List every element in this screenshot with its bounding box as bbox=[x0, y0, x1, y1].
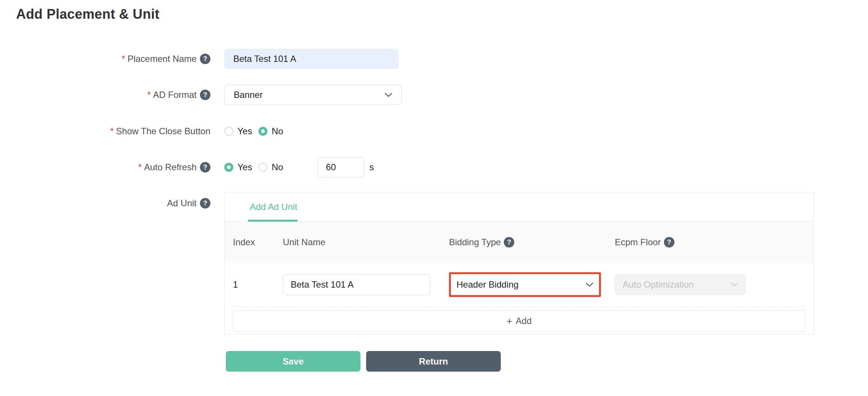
required-icon: * bbox=[147, 90, 151, 100]
page-title: Add Placement & Unit bbox=[16, 6, 868, 22]
required-icon: * bbox=[110, 126, 114, 136]
help-icon[interactable]: ? bbox=[504, 237, 514, 248]
help-icon[interactable]: ? bbox=[200, 90, 210, 100]
ad-format-select[interactable]: Banner bbox=[224, 85, 402, 105]
ecpm-floor-select-disabled[interactable]: Auto Optimization bbox=[615, 274, 746, 295]
placement-name-input[interactable] bbox=[224, 49, 399, 69]
bidding-type-value: Header Bidding bbox=[457, 279, 518, 290]
show-close-button-label: * Show The Close Button bbox=[16, 126, 210, 136]
add-placement-page: Add Placement & Unit * Placement Name ? … bbox=[0, 0, 868, 372]
chevron-down-icon bbox=[384, 93, 392, 97]
placement-name-row: * Placement Name ? bbox=[16, 49, 868, 69]
ad-format-label: * AD Format ? bbox=[16, 90, 210, 100]
save-button[interactable]: Save bbox=[226, 351, 360, 372]
column-header-index: Index bbox=[233, 237, 283, 248]
tab-add-ad-unit[interactable]: Add Ad Unit bbox=[250, 202, 297, 212]
ad-format-value: Banner bbox=[234, 90, 263, 100]
show-close-yes-radio[interactable]: Yes bbox=[224, 126, 252, 136]
add-button-label: Add bbox=[516, 316, 532, 326]
auto-refresh-radio-group: Yes No bbox=[224, 162, 283, 172]
return-button[interactable]: Return bbox=[366, 351, 501, 372]
ecpm-floor-value: Auto Optimization bbox=[623, 279, 694, 290]
ad-unit-panel: Add Ad Unit Index Unit Name Bidding Type… bbox=[224, 192, 814, 334]
interval-unit-label: s bbox=[369, 162, 374, 172]
radio-checked-icon bbox=[258, 127, 267, 136]
required-icon: * bbox=[122, 54, 125, 64]
unit-name-input[interactable] bbox=[283, 274, 430, 295]
ad-unit-table-row: 1 Header Bidding Auto Optimization bbox=[225, 263, 814, 306]
ad-unit-label: Ad Unit ? bbox=[16, 192, 210, 208]
chevron-down-icon bbox=[586, 282, 593, 287]
auto-refresh-label: * Auto Refresh ? bbox=[16, 162, 210, 172]
ad-unit-tabs: Add Ad Unit bbox=[225, 192, 814, 222]
refresh-interval-input[interactable] bbox=[317, 157, 364, 177]
auto-refresh-row: * Auto Refresh ? Yes No s bbox=[16, 157, 868, 177]
tab-active-indicator bbox=[248, 220, 297, 222]
row-index-value: 1 bbox=[233, 279, 238, 290]
auto-refresh-no-radio[interactable]: No bbox=[258, 162, 283, 172]
auto-refresh-yes-radio[interactable]: Yes bbox=[224, 162, 252, 172]
add-ad-unit-button[interactable]: + Add bbox=[233, 310, 805, 332]
ad-format-row: * AD Format ? Banner bbox=[16, 85, 868, 105]
placement-name-label: * Placement Name ? bbox=[16, 54, 210, 64]
help-icon[interactable]: ? bbox=[200, 198, 210, 208]
column-header-bidding-type: Bidding Type ? bbox=[449, 237, 615, 248]
radio-checked-icon bbox=[224, 163, 233, 172]
help-icon[interactable]: ? bbox=[200, 162, 210, 172]
show-close-button-radio-group: Yes No bbox=[224, 126, 283, 136]
help-icon[interactable]: ? bbox=[664, 237, 674, 248]
required-icon: * bbox=[138, 162, 142, 172]
ad-unit-row: Ad Unit ? Add Ad Unit Index Unit Name Bi… bbox=[16, 192, 868, 334]
help-icon[interactable]: ? bbox=[200, 54, 210, 64]
column-header-ecpm-floor: Ecpm Floor ? bbox=[615, 237, 814, 248]
radio-unchecked-icon bbox=[258, 163, 267, 172]
show-close-button-row: * Show The Close Button Yes No bbox=[16, 126, 868, 137]
bidding-type-highlight-box: Header Bidding bbox=[449, 272, 601, 297]
radio-unchecked-icon bbox=[224, 127, 233, 136]
column-header-unit-name: Unit Name bbox=[283, 237, 449, 248]
chevron-down-icon bbox=[731, 282, 738, 286]
show-close-no-radio[interactable]: No bbox=[258, 126, 283, 136]
form-actions: Save Return bbox=[226, 351, 868, 372]
ad-unit-table-header: Index Unit Name Bidding Type ? Ecpm Floo… bbox=[225, 222, 814, 263]
plus-icon: + bbox=[507, 315, 512, 327]
bidding-type-select[interactable]: Header Bidding bbox=[451, 274, 599, 295]
